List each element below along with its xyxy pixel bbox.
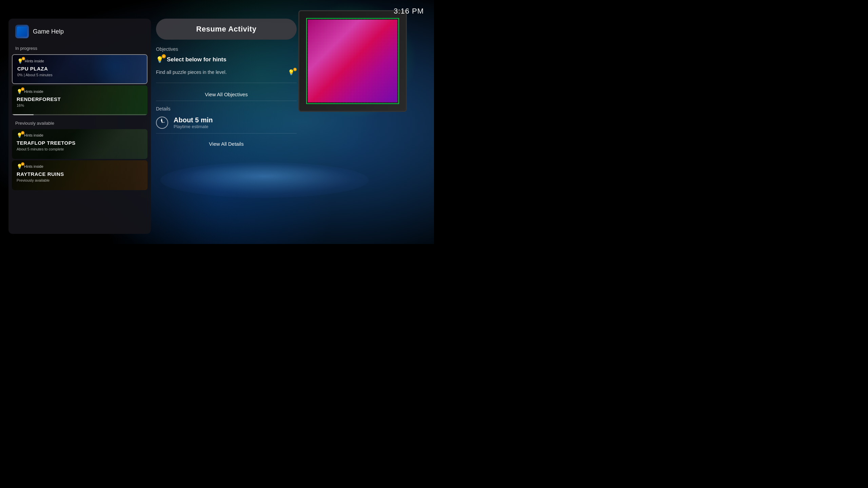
progress-fill-render (12, 114, 34, 115)
bg-game-screen (298, 10, 407, 112)
hints-badge-teraflop: 💡 + Hints inside (17, 133, 143, 138)
progress-bar-render (12, 114, 147, 115)
hints-plus-badge-cpu: + (22, 57, 25, 60)
card-content-render: 💡 + Hints inside RENDERFOREST 16% (12, 85, 147, 115)
panel-title: Game Help (33, 28, 64, 35)
card-name-teraflop: TERAFLOP TREETOPS (17, 140, 143, 146)
detail-time-main: About 5 min (174, 116, 213, 124)
card-name-render: RENDERFOREST (17, 96, 143, 102)
objective-description: Find all puzzle pieces in the level. (156, 69, 286, 75)
card-name-raytrace: RAYTRACE RUINS (17, 171, 143, 177)
card-sub-cpu: 0% | About 5 minutes (17, 73, 142, 77)
card-content-raytrace: 💡 + Hints inside RAYTRACE RUINS Previous… (12, 160, 147, 190)
activity-card-raytrace[interactable]: 💡 + Hints inside RAYTRACE RUINS Previous… (12, 160, 147, 190)
hints-plus-badge-raytrace: + (21, 162, 24, 166)
view-all-objectives-button[interactable]: View All Objectives (156, 88, 297, 101)
card-content-teraflop: 💡 + Hints inside TERAFLOP TREETOPS About… (12, 129, 147, 159)
objective-sub-row: Find all puzzle pieces in the level. 💡 + (156, 67, 297, 78)
objective-primary-item: 💡 + Select below for hints (156, 56, 297, 63)
card-sub-raytrace: Previously available (17, 178, 143, 182)
details-divider (156, 133, 297, 134)
game-help-panel: Game Help In progress 💡 + Hints inside C… (8, 19, 151, 234)
game-icon-inner (17, 26, 27, 37)
activity-card-teraflop[interactable]: 💡 + Hints inside TERAFLOP TREETOPS About… (12, 129, 147, 159)
in-progress-label: In progress (8, 43, 151, 53)
hint-icon-button[interactable]: 💡 + (286, 67, 297, 78)
detail-time-sub: Playtime estimate (174, 124, 213, 129)
activity-card-renderforest[interactable]: 💡 + Hints inside RENDERFOREST 16% (12, 85, 147, 115)
panel-header: Game Help (8, 19, 151, 43)
game-icon (15, 25, 29, 38)
hints-plus-badge-render: + (21, 87, 24, 91)
details-title: Details (156, 106, 297, 111)
card-sub-render: 16% (17, 103, 143, 107)
lightbulb-icon-render: 💡 + (17, 89, 22, 94)
clock-icon (156, 117, 168, 129)
hints-text-cpu: Hints inside (25, 59, 44, 63)
hints-text-render: Hints inside (24, 89, 43, 94)
view-all-details-button[interactable]: View All Details (156, 138, 297, 150)
objectives-title: Objectives (156, 46, 297, 52)
hint-lightbulb-icon: 💡 + (288, 69, 295, 76)
detail-text-block: About 5 min Playtime estimate (174, 116, 213, 129)
hint-plus-badge: + (293, 68, 297, 71)
objectives-section: Objectives 💡 + Select below for hints Fi… (156, 46, 297, 83)
hints-badge-render: 💡 + Hints inside (17, 89, 143, 94)
detail-time-item: About 5 min Playtime estimate (156, 116, 297, 129)
card-sub-teraflop: About 5 minutes to complete (17, 147, 143, 151)
right-panel: Resume Activity Objectives 💡 + Select be… (156, 19, 297, 234)
details-section: Details About 5 min Playtime estimate (156, 101, 297, 138)
clock-hand-minute (162, 122, 165, 123)
hints-text-teraflop: Hints inside (24, 133, 43, 137)
hints-plus-badge-teraflop: + (21, 131, 24, 135)
previously-available-label: Previously available (8, 118, 151, 128)
card-content-cpu: 💡 + Hints inside CPU PLAZA 0% | About 5 … (13, 55, 147, 83)
card-name-cpu: CPU PLAZA (17, 66, 142, 72)
hints-text-raytrace: Hints inside (24, 164, 43, 168)
lightbulb-icon-teraflop: 💡 + (17, 133, 22, 138)
clock-face (159, 119, 165, 126)
clock-display: 3:16 PM (394, 7, 424, 16)
activity-card-cpu-plaza[interactable]: 💡 + Hints inside CPU PLAZA 0% | About 5 … (12, 54, 147, 84)
hints-badge-cpu: 💡 + Hints inside (17, 58, 142, 64)
lightbulb-icon-cpu: 💡 + (17, 58, 23, 64)
lightbulb-icon-raytrace: 💡 + (17, 164, 22, 169)
bg-screen-display (308, 20, 397, 102)
objective-primary-text: Select below for hints (167, 56, 226, 63)
hints-badge-raytrace: 💡 + Hints inside (17, 164, 143, 169)
objective-plus-badge: + (162, 54, 166, 58)
resume-activity-button[interactable]: Resume Activity (156, 19, 297, 40)
objective-lightbulb-icon: 💡 + (156, 56, 163, 63)
